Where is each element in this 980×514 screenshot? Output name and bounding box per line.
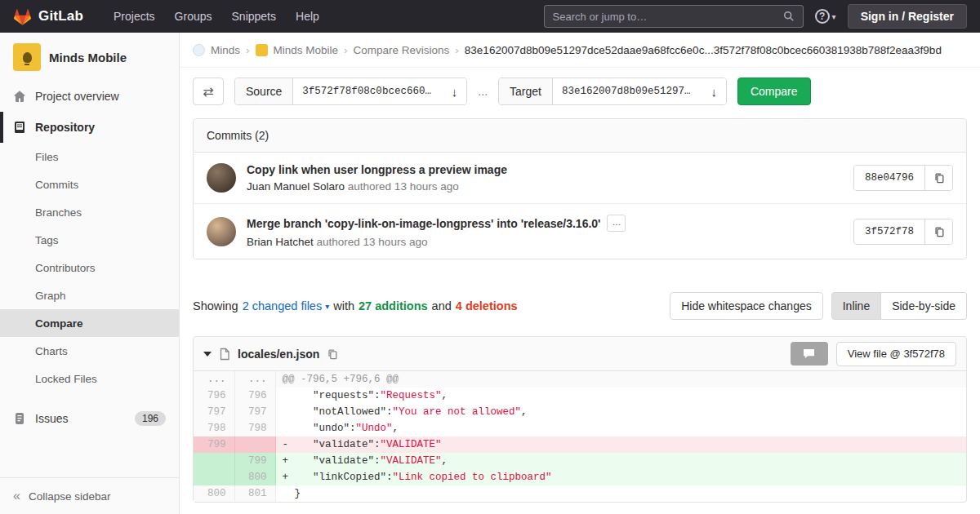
search-icon (783, 11, 795, 22)
diff-mode-toggle: Inline Side-by-side (831, 292, 967, 320)
new-line-number[interactable]: 800 (234, 469, 275, 485)
collapse-sidebar-button[interactable]: « Collapse sidebar (0, 477, 179, 514)
help-icon: ? (815, 9, 830, 24)
sidebar-item-repository[interactable]: Repository (0, 112, 179, 143)
inline-view-button[interactable]: Inline (831, 292, 881, 320)
old-line-number[interactable]: ... (194, 371, 234, 388)
old-line-number[interactable] (194, 469, 234, 485)
sidebar-item-charts[interactable]: Charts (0, 337, 179, 365)
diff-table: ......@@ -796,5 +796,6 @@796796 "request… (194, 371, 966, 502)
help-menu[interactable]: ? ▾ (815, 9, 836, 24)
sidebar-item-compare[interactable]: Compare (0, 309, 179, 337)
old-line-number[interactable]: 800 (194, 485, 234, 502)
view-file-button[interactable]: View file @ 3f572f78 (836, 342, 956, 366)
file-diff-header: locales/en.json View file @ 3f572f78 (194, 337, 966, 371)
sidebar-project-header[interactable]: Minds Mobile (0, 33, 179, 81)
sidebar-item-contributors[interactable]: Contributors (0, 254, 179, 281)
side-by-side-view-button[interactable]: Side-by-side (881, 292, 967, 320)
issues-icon (13, 412, 26, 425)
commit-author-link[interactable]: Brian Hatchet (247, 236, 314, 248)
file-actions: View file @ 3f572f78 (791, 342, 956, 366)
breadcrumb-project-link[interactable]: Minds Mobile (274, 44, 339, 56)
avatar[interactable] (207, 163, 236, 193)
old-line-number[interactable]: 796 (194, 388, 234, 404)
target-ref-dropdown[interactable]: 83e162007d8b09e51297… ↓ (553, 78, 726, 104)
sidebar-item-files[interactable]: Files (0, 143, 179, 171)
new-line-number[interactable]: 796 (234, 388, 275, 404)
deletions-count: 4 deletions (456, 299, 518, 312)
code-token: "validate" (295, 455, 375, 467)
commit-sha-button[interactable]: 88e04796 (854, 166, 924, 190)
copy-file-path-icon[interactable] (327, 348, 338, 360)
new-line-number[interactable]: 797 (234, 404, 275, 420)
navbar-menu: ProjectsGroupsSnippetsHelp (105, 5, 328, 28)
sidebar-item-graph[interactable]: Graph (0, 281, 179, 309)
search-input[interactable] (553, 11, 777, 23)
sidebar-item-locked-files[interactable]: Locked Files (0, 365, 179, 392)
sidebar-item-project-overview[interactable]: Project overview (0, 81, 179, 112)
sidebar: Minds Mobile Project overview Repository… (0, 33, 180, 514)
old-line-number[interactable]: 797 (194, 404, 234, 420)
commit-row: Copy link when user longpress a preview … (194, 153, 966, 203)
gitlab-home-link[interactable]: GitLab (13, 7, 83, 26)
commit-info: Copy link when user longpress a preview … (247, 163, 840, 193)
commit-author-link[interactable]: Juan Manuel Solaro (247, 180, 345, 193)
swap-revisions-button[interactable]: ⇄ (193, 78, 224, 105)
expand-commit-message-button[interactable]: … (607, 215, 626, 232)
copy-sha-button[interactable] (924, 166, 952, 190)
nav-menu-snippets[interactable]: Snippets (223, 5, 285, 28)
new-line-number[interactable]: ... (234, 371, 275, 388)
sidebar-item-branches[interactable]: Branches (0, 198, 179, 226)
copy-sha-button[interactable] (924, 219, 952, 244)
sidebar-item-commits[interactable]: Commits (0, 171, 179, 198)
commit-meta: Juan Manuel Solaro authored 13 hours ago (247, 180, 840, 193)
diff-line-ctx: 800801} (194, 485, 966, 502)
new-line-number[interactable]: 799 (234, 453, 275, 469)
breadcrumb-separator: › (455, 44, 459, 56)
compare-button[interactable]: Compare (737, 78, 811, 105)
hide-whitespace-button[interactable]: Hide whitespace changes (670, 292, 823, 320)
collapse-label: Collapse sidebar (29, 490, 111, 503)
nav-menu-help[interactable]: Help (287, 5, 328, 28)
old-line-number[interactable] (194, 453, 234, 469)
old-line-number[interactable]: 799 (194, 436, 234, 453)
sidebar-item-tags[interactable]: Tags (0, 226, 179, 254)
breadcrumb-group-link[interactable]: Minds (211, 44, 240, 56)
diff-code-cell: - "validate":"VALIDATE" (275, 436, 966, 453)
code-token: "VALIDATE" (381, 455, 442, 467)
changed-files-dropdown[interactable]: 2 changed files ▾ (243, 299, 330, 312)
search-box[interactable] (544, 5, 804, 28)
diff-line-ctx: 797797 "notAllowed":"You are not allowed… (194, 404, 966, 420)
commit-title-link[interactable]: Copy link when user longpress a preview … (247, 163, 507, 176)
diff-line-ctx: 798798 "undo":"Undo", (194, 420, 966, 436)
copy-icon (933, 226, 945, 237)
brand-name: GitLab (38, 8, 83, 24)
commit-title-link[interactable]: Merge branch 'copy-link-on-image-longpre… (247, 217, 600, 230)
sidebar-item-issues[interactable]: Issues 196 (0, 402, 179, 435)
diff-line-sign: + (283, 469, 295, 485)
tanuki-logo-icon (13, 7, 32, 26)
target-ref-value: 83e162007d8b09e51297… (562, 86, 691, 97)
source-ref-dropdown[interactable]: 3f572f78f08c0bcec660… ↓ (293, 78, 466, 104)
diff-table-body: ......@@ -796,5 +796,6 @@796796 "request… (194, 371, 966, 502)
diff-code-cell: "notAllowed":"You are not allowed", (275, 404, 966, 420)
sign-in-button[interactable]: Sign in / Register (848, 4, 967, 29)
diff-code-cell: "requests":"Requests", (275, 388, 966, 404)
code-token: "VALIDATE" (381, 439, 442, 450)
collapse-file-caret[interactable] (203, 352, 212, 357)
commit-sha-button[interactable]: 3f572f78 (854, 219, 924, 244)
code-token: "Undo" (356, 423, 393, 434)
code-token: } (295, 488, 301, 499)
breadcrumb-compare-link[interactable]: Compare Revisions (354, 44, 450, 56)
old-line-number[interactable]: 798 (194, 420, 234, 436)
new-line-number[interactable]: 798 (234, 420, 275, 436)
nav-menu-groups[interactable]: Groups (166, 5, 221, 28)
diff-code-cell: "undo":"Undo", (275, 420, 966, 436)
avatar[interactable] (207, 217, 236, 246)
toggle-comments-button[interactable] (791, 342, 828, 366)
commit-sha-group: 3f572f78 (853, 219, 953, 245)
diff-code-cell: @@ -796,5 +796,6 @@ (275, 371, 966, 388)
new-line-number[interactable]: 801 (234, 485, 275, 502)
new-line-number[interactable] (234, 436, 275, 453)
nav-menu-projects[interactable]: Projects (105, 5, 164, 28)
